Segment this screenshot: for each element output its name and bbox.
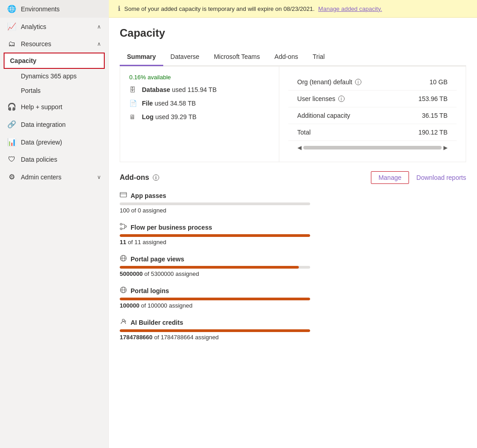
portal-logins-label: 100000 of 100000 assigned — [120, 302, 466, 309]
sidebar-item-capacity[interactable]: Capacity — [4, 53, 105, 69]
scroll-right-btn[interactable]: ▶ — [443, 145, 448, 151]
portal-logins-icon — [120, 286, 127, 295]
flow-business-bold: 11 — [120, 239, 126, 246]
sidebar-item-data-integration[interactable]: 🔗 Data integration — [0, 116, 108, 133]
tab-summary[interactable]: Summary — [120, 48, 163, 66]
capacity-org-row: Org (tenant) default i 10 GB — [288, 74, 457, 91]
tab-add-ons[interactable]: Add-ons — [267, 48, 305, 66]
database-usage: used 115.94 TB — [172, 86, 217, 93]
chevron-down-icon: ∨ — [97, 174, 101, 180]
ai-builder-label: 1784788660 of 1784788664 assigned — [120, 334, 466, 341]
sidebar-item-portals[interactable]: Portals — [0, 83, 108, 98]
storage-usage-card: 0.16% available 🗄 Database used 115.94 T… — [120, 67, 279, 162]
sidebar-item-admin-centers[interactable]: ⚙ Admin centers ∨ — [0, 168, 108, 186]
sidebar-item-data-preview[interactable]: 📊 Data (preview) — [0, 133, 108, 151]
sidebar-item-label: Admin centers — [21, 173, 92, 181]
storage-section: 0.16% available 🗄 Database used 115.94 T… — [120, 66, 466, 162]
portal-views-bold: 5000000 — [120, 270, 143, 277]
tab-trial[interactable]: Trial — [305, 48, 332, 66]
sidebar-item-label: Analytics — [21, 23, 92, 30]
chevron-up-icon: ∧ — [97, 41, 101, 47]
sidebar-capacity-label: Capacity — [10, 57, 98, 64]
sidebar-item-label: Help + support — [21, 103, 101, 111]
resources-icon: 🗂 — [7, 40, 16, 48]
capacity-additional-row: Additional capacity 36.15 TB — [288, 107, 457, 124]
app-passes-progress-bar — [120, 202, 310, 205]
expiry-banner: ℹ Some of your added capacity is tempora… — [109, 0, 477, 18]
tab-dataverse[interactable]: Dataverse — [163, 48, 207, 66]
file-label: File — [142, 100, 153, 107]
manage-button[interactable]: Manage — [371, 171, 409, 184]
addon-flow-business: Flow per business process 11 of 11 assig… — [120, 223, 466, 246]
portal-views-name: Portal page views — [131, 255, 184, 263]
available-percent: 0.16% available — [129, 74, 270, 81]
portal-logins-fill — [120, 298, 310, 300]
scroll-left-btn[interactable]: ◀ — [297, 145, 302, 151]
addons-header: Add-ons i Manage Download reports — [120, 171, 466, 184]
ai-builder-icon — [120, 318, 127, 327]
log-label: Log — [142, 113, 154, 120]
portal-logins-bold: 100000 — [120, 302, 139, 309]
download-reports-link[interactable]: Download reports — [416, 174, 466, 181]
additional-capacity-value: 36.15 TB — [422, 112, 448, 119]
sidebar-item-label: Data integration — [21, 121, 101, 128]
capacity-table-card: Org (tenant) default i 10 GB User licens… — [279, 67, 466, 162]
dynamics-label: Dynamics 365 apps — [21, 72, 77, 80]
analytics-icon: 📈 — [7, 22, 16, 31]
sidebar-item-help[interactable]: 🎧 Help + support — [0, 98, 108, 116]
file-icon: 📄 — [129, 100, 137, 107]
additional-capacity-label: Additional capacity — [297, 112, 350, 119]
ai-builder-bold: 1784788660 — [120, 334, 152, 341]
flow-business-label: 11 of 11 assigned — [120, 239, 466, 246]
sidebar-item-analytics[interactable]: 📈 Analytics ∧ — [0, 18, 108, 35]
sidebar-item-environments[interactable]: 🌐 Environments — [0, 0, 108, 18]
portal-views-progress-bar — [120, 266, 310, 269]
ai-builder-progress-bar — [120, 329, 310, 332]
app-passes-name: App passes — [131, 192, 166, 199]
gear-icon: ⚙ — [7, 173, 16, 181]
org-default-label: Org (tenant) default — [297, 78, 352, 86]
user-licenses-value: 153.96 TB — [419, 95, 448, 102]
capacity-total-row: Total 190.12 TB — [288, 124, 457, 141]
addon-portal-page-views: Portal page views 5000000 of 5300000 ass… — [120, 255, 466, 277]
addons-actions: Manage Download reports — [371, 171, 466, 184]
addons-title-text: Add-ons — [120, 173, 149, 182]
log-row: 🖥 Log used 39.29 TB — [129, 113, 270, 120]
sidebar-item-label: Environments — [21, 5, 101, 13]
portals-label: Portals — [21, 87, 41, 94]
total-value: 190.12 TB — [419, 129, 448, 136]
sidebar-item-label: Data (preview) — [21, 139, 101, 146]
shield-icon: 🛡 — [7, 155, 16, 164]
manage-capacity-link[interactable]: Manage added capacity. — [318, 5, 382, 12]
svg-point-4 — [120, 228, 122, 230]
sidebar-item-label: Resources — [21, 40, 92, 48]
portal-logins-progress-bar — [120, 298, 310, 300]
user-licenses-label: User licenses — [297, 95, 336, 102]
page-title: Capacity — [120, 27, 466, 39]
sidebar-item-resources[interactable]: 🗂 Resources ∧ — [0, 35, 108, 53]
svg-point-3 — [125, 226, 127, 227]
tab-microsoft-teams[interactable]: Microsoft Teams — [207, 48, 268, 66]
portal-views-fill — [120, 266, 299, 269]
capacity-licenses-row: User licenses i 153.96 TB — [288, 91, 457, 107]
help-icon: 🎧 — [7, 102, 16, 111]
svg-point-11 — [122, 319, 125, 322]
addon-app-passes: App passes 100 of 0 assigned — [120, 191, 466, 214]
log-icon: 🖥 — [129, 113, 137, 120]
sidebar-item-dynamics[interactable]: Dynamics 365 apps — [0, 69, 108, 83]
portal-views-label: 5000000 of 5300000 assigned — [120, 270, 466, 277]
data-integration-icon: 🔗 — [7, 120, 16, 129]
main-content: ℹ Some of your added capacity is tempora… — [109, 0, 477, 448]
addons-info-icon[interactable]: i — [153, 174, 159, 181]
scrollbar-track[interactable] — [303, 146, 442, 149]
ai-builder-fill — [120, 329, 310, 332]
flow-business-name: Flow per business process — [131, 224, 212, 231]
database-icon: 🗄 — [129, 86, 137, 93]
flow-icon — [120, 223, 127, 231]
licenses-info-icon[interactable]: i — [338, 96, 345, 102]
org-info-icon[interactable]: i — [355, 79, 361, 85]
addon-ai-builder: AI Builder credits 1784788660 of 1784788… — [120, 318, 466, 341]
addon-portal-logins: Portal logins 100000 of 100000 assigned — [120, 286, 466, 309]
sidebar-item-data-policies[interactable]: 🛡 Data policies — [0, 151, 108, 168]
ai-builder-name: AI Builder credits — [131, 319, 183, 326]
